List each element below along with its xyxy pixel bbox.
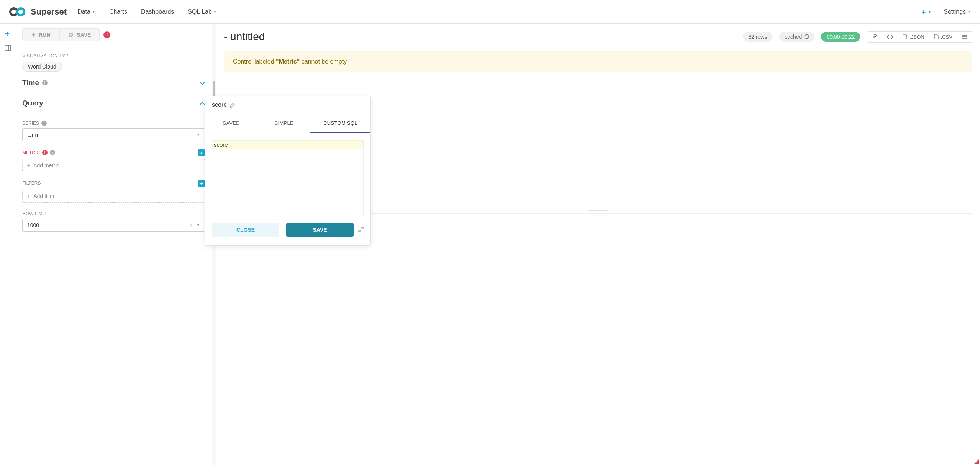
error-badge[interactable]: ! [103, 31, 110, 38]
add-metric-placeholder[interactable]: + Add metric [22, 159, 205, 172]
query-section[interactable]: Query [22, 92, 205, 112]
tab-custom-sql[interactable]: CUSTOM SQL [310, 114, 370, 133]
page-body: RUN SAVE ! VISUALIZATION TYPE Word Cloud… [0, 24, 980, 465]
controls-panel: RUN SAVE ! VISUALIZATION TYPE Word Cloud… [15, 24, 212, 465]
nav-dashboards[interactable]: Dashboards [141, 8, 174, 15]
drag-handle[interactable] [588, 210, 608, 211]
bolt-icon [32, 32, 36, 38]
row-limit-select[interactable]: 1000 ×▼ [22, 219, 205, 232]
chevron-down-icon [200, 79, 205, 87]
validation-warning: Control labeled "Metric" cannot be empty [224, 51, 972, 72]
csv-button[interactable]: .CSV [929, 32, 957, 42]
info-icon: i [50, 150, 55, 155]
tab-saved[interactable]: SAVED [205, 114, 258, 133]
nav-charts[interactable]: Charts [109, 8, 127, 15]
series-label: SERIESi [22, 121, 205, 126]
json-button[interactable]: .JSON [898, 32, 929, 42]
brand-logo[interactable]: Superset [9, 7, 67, 17]
caret-down-icon: ▼ [928, 10, 931, 14]
action-buttons: RUN SAVE [22, 28, 100, 41]
time-section[interactable]: Timei [22, 72, 205, 92]
file-icon [903, 34, 907, 39]
code-icon [887, 34, 893, 39]
chevron-up-icon [200, 99, 205, 107]
expand-icon[interactable] [358, 227, 364, 233]
nav-sqllab[interactable]: SQL Lab▼ [188, 8, 216, 15]
hamburger-icon [962, 34, 967, 39]
caret-down-icon: ▼ [197, 133, 200, 137]
embed-button[interactable] [882, 32, 898, 42]
cached-chip[interactable]: cached [779, 32, 814, 42]
topbar: Superset Data▼ Charts Dashboards SQL Lab… [0, 0, 980, 24]
svg-point-1 [17, 8, 24, 15]
warning-icon: ! [42, 150, 48, 155]
corner-indicator [974, 459, 979, 464]
svg-rect-2 [5, 45, 10, 51]
add-filter-button[interactable]: + [198, 180, 205, 187]
metric-label: METRIC!i [22, 150, 55, 155]
series-select[interactable]: term ▼ [22, 128, 205, 141]
caret-down-icon: ▼ [197, 223, 200, 227]
plus-icon: + [27, 162, 30, 169]
row-limit-label: ROW LIMIT [22, 211, 205, 216]
row-count-chip: 32 rows [743, 32, 772, 42]
more-button[interactable] [957, 32, 972, 42]
tab-simple[interactable]: SIMPLE [258, 114, 311, 133]
viz-type-label: VISUALIZATION TYPE [22, 53, 205, 59]
add-filter-placeholder[interactable]: + Add filter [22, 190, 205, 203]
filters-label: FILTERS [22, 180, 41, 186]
file-icon [934, 34, 939, 39]
plus-icon: + [27, 193, 30, 199]
dataset-icon[interactable] [5, 45, 11, 52]
plus-circle-icon [68, 32, 74, 38]
caret-down-icon: ▼ [213, 10, 217, 14]
metric-popover: score SAVED SIMPLE CUSTOM SQL score CLOS… [205, 96, 371, 246]
timer-chip: 00:00:00.22 [821, 32, 860, 42]
nav-settings[interactable]: Settings▼ [944, 8, 971, 15]
new-button[interactable]: ＋▼ [920, 7, 931, 16]
caret-down-icon: ▼ [967, 10, 971, 14]
popover-tabs: SAVED SIMPLE CUSTOM SQL [205, 114, 370, 133]
nav-data[interactable]: Data▼ [77, 8, 95, 15]
edit-icon[interactable] [230, 103, 235, 108]
add-metric-button[interactable]: + [198, 149, 205, 156]
popover-title[interactable]: score [205, 96, 370, 114]
run-button[interactable]: RUN [23, 29, 60, 41]
sql-editor[interactable]: score [212, 140, 364, 216]
info-icon: i [41, 121, 47, 126]
info-icon: i [42, 80, 48, 85]
chart-title[interactable]: - untitled [224, 31, 265, 43]
brand-name: Superset [31, 7, 67, 17]
caret-down-icon: ▼ [92, 10, 95, 14]
collapse-icon[interactable] [5, 31, 11, 38]
chart-toolbar: .JSON .CSV [867, 31, 972, 43]
popover-save-button[interactable]: SAVE [286, 223, 354, 237]
popover-close-button[interactable]: CLOSE [212, 223, 279, 237]
left-rail [0, 24, 15, 465]
viz-type-selector[interactable]: Word Cloud [22, 62, 62, 72]
refresh-icon [804, 34, 809, 39]
clear-icon[interactable]: × [190, 223, 193, 228]
save-button[interactable]: SAVE [60, 29, 99, 41]
link-icon [872, 34, 877, 39]
link-button[interactable] [867, 32, 882, 42]
main-nav: Data▼ Charts Dashboards SQL Lab▼ [77, 8, 217, 15]
